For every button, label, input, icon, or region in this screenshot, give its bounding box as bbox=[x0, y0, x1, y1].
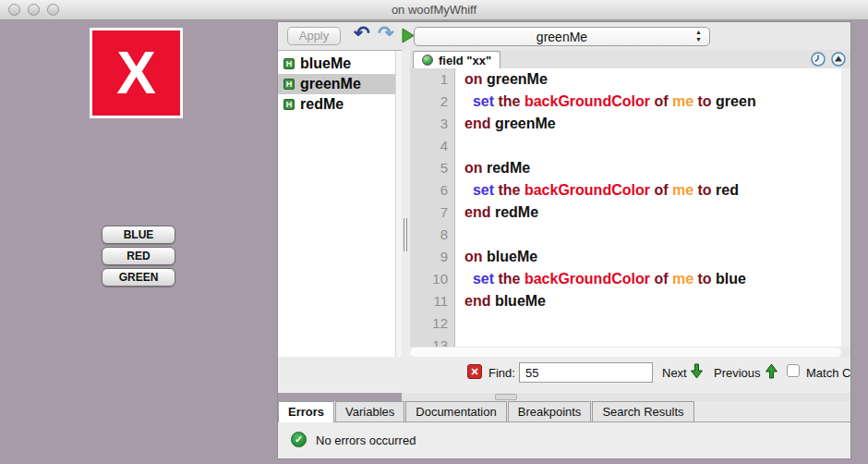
code-line-12[interactable]: 12 bbox=[410, 312, 841, 335]
green-sphere-icon bbox=[422, 55, 433, 66]
code-line-text: end blueMe bbox=[455, 290, 546, 312]
line-number: 7 bbox=[410, 201, 455, 224]
find-bar: ✕ Find: Next Previous Match Case bbox=[278, 357, 851, 393]
match-case-label: Match Case bbox=[806, 366, 851, 380]
script-tab-label: field "xx" bbox=[439, 54, 491, 67]
line-number: 6 bbox=[410, 179, 455, 201]
find-label: Find: bbox=[488, 366, 515, 380]
code-line-text: on greenMe bbox=[455, 68, 548, 91]
handler-selector-dropdown[interactable]: greenMe ▲ ▼ bbox=[414, 27, 710, 46]
tab-documentation[interactable]: Documentation bbox=[405, 401, 506, 421]
code-line-text: set the backGroundColor of me to red bbox=[455, 179, 739, 201]
line-number: 4 bbox=[410, 135, 455, 157]
find-close-icon[interactable]: ✕ bbox=[467, 364, 482, 379]
history-clock-icon[interactable] bbox=[811, 52, 826, 67]
handler-item-label: redMe bbox=[300, 96, 344, 113]
run-icon[interactable] bbox=[402, 28, 415, 47]
code-line-text bbox=[455, 335, 464, 347]
tab-field-xx[interactable]: field "xx" bbox=[413, 51, 500, 68]
divider-grip-handle[interactable] bbox=[495, 394, 517, 400]
find-next-arrow-icon[interactable] bbox=[690, 363, 704, 382]
line-number: 5 bbox=[410, 157, 455, 179]
line-number: 10 bbox=[410, 268, 455, 290]
stack-button-blue[interactable]: BLUE bbox=[102, 226, 175, 244]
code-line-9[interactable]: 9on blueMe bbox=[410, 246, 841, 268]
tab-variables[interactable]: Variables bbox=[335, 401, 404, 421]
code-line-1[interactable]: 1on greenMe bbox=[410, 68, 841, 91]
tab-errors[interactable]: Errors bbox=[278, 401, 334, 422]
script-editor-panel: Apply ↶ ↷ greenMe ▲ ▼ HblueMeHgreenMeHre… bbox=[277, 21, 851, 459]
handler-item-label: blueMe bbox=[300, 55, 351, 72]
handler-selector-value: greenMe bbox=[536, 30, 587, 44]
success-check-icon: ✓ bbox=[291, 432, 307, 447]
code-vertical-scrollbar[interactable] bbox=[841, 68, 850, 347]
stack-button-green[interactable]: GREEN bbox=[102, 268, 175, 287]
line-number: 13 bbox=[410, 335, 455, 347]
code-line-7[interactable]: 7end redMe bbox=[410, 201, 841, 224]
red-x-image-field[interactable]: X bbox=[90, 28, 183, 118]
code-line-text: set the backGroundColor of me to blue bbox=[455, 268, 746, 290]
code-line-6[interactable]: 6 set the backGroundColor of me to red bbox=[410, 179, 841, 201]
window-title: on woofMyWhiff bbox=[0, 3, 868, 17]
bottom-divider bbox=[402, 393, 851, 401]
find-previous-button[interactable]: Previous bbox=[714, 366, 761, 380]
find-next-button[interactable]: Next bbox=[662, 366, 687, 380]
dropdown-stepper-icon: ▲ ▼ bbox=[695, 29, 702, 43]
script-tab-bar: field "xx" bbox=[410, 50, 850, 68]
line-number: 9 bbox=[410, 246, 455, 268]
line-number: 2 bbox=[410, 91, 455, 113]
pane-splitter[interactable] bbox=[402, 50, 410, 393]
code-line-text: on blueMe bbox=[455, 246, 537, 268]
status-message: No errors occurred bbox=[316, 433, 416, 447]
stack-button-red[interactable]: RED bbox=[102, 247, 175, 265]
code-line-5[interactable]: 5on redMe bbox=[410, 157, 841, 179]
handler-list-scrollbar[interactable] bbox=[395, 51, 402, 367]
collapse-panel-icon[interactable] bbox=[831, 52, 846, 67]
code-line-8[interactable]: 8 bbox=[410, 224, 841, 246]
handler-item-label: greenMe bbox=[300, 76, 361, 92]
redo-icon[interactable]: ↷ bbox=[378, 22, 394, 44]
code-line-text: end greenMe bbox=[455, 113, 556, 135]
handler-item-redMe[interactable]: HredMe bbox=[278, 94, 402, 115]
handler-item-blueMe[interactable]: HblueMe bbox=[278, 54, 402, 74]
handler-list: HblueMeHgreenMeHredMe bbox=[278, 50, 402, 367]
errors-status-area: ✓ No errors occurred bbox=[278, 422, 851, 458]
find-previous-arrow-icon[interactable] bbox=[765, 363, 778, 382]
handler-item-greenMe[interactable]: HgreenMe bbox=[278, 74, 402, 94]
line-number: 3 bbox=[410, 113, 455, 135]
match-case-checkbox[interactable] bbox=[787, 364, 800, 377]
line-number: 1 bbox=[410, 68, 455, 91]
application-window: on woofMyWhiff X BLUEREDGREEN Apply ↶ ↷ … bbox=[0, 0, 868, 464]
code-line-text: end redMe bbox=[455, 201, 538, 224]
handler-icon: H bbox=[283, 79, 295, 90]
code-line-text: on redMe bbox=[455, 157, 530, 179]
red-x-letter: X bbox=[116, 39, 156, 107]
code-line-text bbox=[455, 135, 464, 157]
apply-button[interactable]: Apply bbox=[287, 27, 341, 45]
code-line-2[interactable]: 2 set the backGroundColor of me to green bbox=[410, 91, 841, 113]
handler-icon: H bbox=[283, 99, 295, 110]
undo-icon[interactable]: ↶ bbox=[354, 22, 370, 44]
code-horizontal-scrollbar[interactable] bbox=[410, 348, 841, 357]
bottom-tab-bar: ErrorsVariablesDocumentationBreakpointsS… bbox=[278, 401, 851, 422]
code-line-text bbox=[455, 312, 464, 335]
script-code-area[interactable]: 1on greenMe2 set the backGroundColor of … bbox=[410, 68, 841, 347]
find-input[interactable] bbox=[519, 362, 653, 383]
code-line-4[interactable]: 4 bbox=[410, 135, 841, 157]
tab-breakpoints[interactable]: Breakpoints bbox=[508, 401, 592, 421]
code-line-3[interactable]: 3end greenMe bbox=[410, 113, 841, 135]
code-line-11[interactable]: 11end blueMe bbox=[410, 290, 841, 312]
code-line-text: set the backGroundColor of me to green bbox=[455, 91, 756, 113]
title-bar: on woofMyWhiff bbox=[0, 0, 868, 20]
line-number: 11 bbox=[410, 290, 455, 312]
code-line-10[interactable]: 10 set the backGroundColor of me to blue bbox=[410, 268, 841, 290]
code-line-text bbox=[455, 224, 464, 246]
handler-icon: H bbox=[283, 58, 295, 69]
code-line-13[interactable]: 13 bbox=[410, 335, 841, 347]
line-number: 12 bbox=[410, 312, 455, 335]
tab-search-results[interactable]: Search Results bbox=[592, 401, 693, 421]
line-number: 8 bbox=[410, 224, 455, 246]
